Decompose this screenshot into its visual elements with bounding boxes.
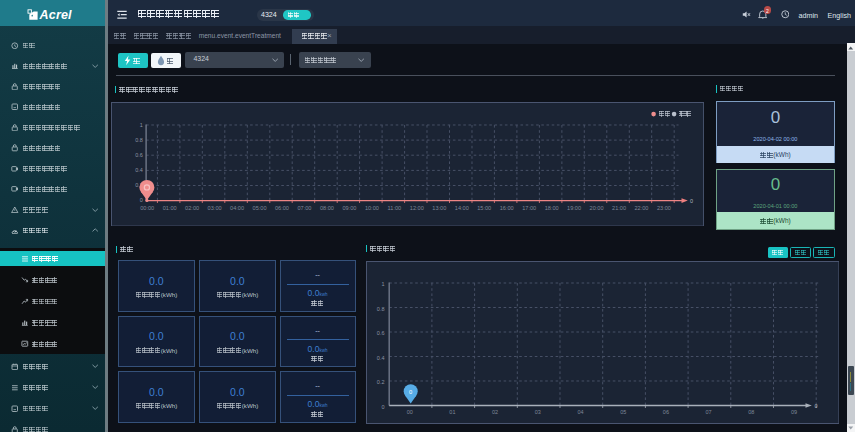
svg-text:06: 06 xyxy=(663,409,669,415)
svg-text:07:00: 07:00 xyxy=(298,205,312,211)
svg-text:0.8: 0.8 xyxy=(136,137,144,143)
svg-text:09: 09 xyxy=(791,409,797,415)
svg-text:06:00: 06:00 xyxy=(275,205,289,211)
svg-text:0: 0 xyxy=(409,389,412,395)
svg-text:0: 0 xyxy=(690,198,693,204)
svg-text:01:00: 01:00 xyxy=(163,205,177,211)
svg-text:10:00: 10:00 xyxy=(365,205,379,211)
svg-text:0: 0 xyxy=(381,404,384,410)
svg-text:0.6: 0.6 xyxy=(136,152,144,158)
svg-text:21:00: 21:00 xyxy=(612,205,626,211)
svg-text:0.8: 0.8 xyxy=(377,306,385,312)
svg-text:04:00: 04:00 xyxy=(231,205,245,211)
svg-text:03: 03 xyxy=(535,409,541,415)
svg-text:23:00: 23:00 xyxy=(657,205,671,211)
svg-text:05:00: 05:00 xyxy=(253,205,267,211)
svg-text:16:00: 16:00 xyxy=(500,205,514,211)
svg-text:17:00: 17:00 xyxy=(523,205,537,211)
svg-text:19:00: 19:00 xyxy=(567,205,581,211)
svg-text:04: 04 xyxy=(577,409,583,415)
svg-text:03:00: 03:00 xyxy=(208,205,222,211)
svg-text:1: 1 xyxy=(140,122,143,128)
svg-text:0.6: 0.6 xyxy=(377,330,385,336)
svg-text:22:00: 22:00 xyxy=(635,205,649,211)
svg-text:20:00: 20:00 xyxy=(590,205,604,211)
svg-text:1: 1 xyxy=(381,281,384,287)
svg-text:02: 02 xyxy=(492,409,498,415)
svg-text:09:00: 09:00 xyxy=(343,205,357,211)
svg-text:0.2: 0.2 xyxy=(377,379,385,385)
svg-text:0.4: 0.4 xyxy=(136,167,144,173)
svg-text:15:00: 15:00 xyxy=(478,205,492,211)
svg-text:12:00: 12:00 xyxy=(410,205,424,211)
svg-text:00: 00 xyxy=(406,409,412,415)
svg-text:08: 08 xyxy=(748,409,754,415)
svg-text:0.4: 0.4 xyxy=(377,355,385,361)
svg-text:0: 0 xyxy=(140,197,143,203)
svg-text:14:00: 14:00 xyxy=(455,205,469,211)
svg-text:18:00: 18:00 xyxy=(545,205,559,211)
svg-text:13:00: 13:00 xyxy=(433,205,447,211)
svg-text:02:00: 02:00 xyxy=(186,205,200,211)
svg-text:08:00: 08:00 xyxy=(320,205,334,211)
svg-text:01: 01 xyxy=(449,409,455,415)
svg-text:11:00: 11:00 xyxy=(388,205,402,211)
svg-text:00:00: 00:00 xyxy=(141,205,155,211)
svg-text:07: 07 xyxy=(705,409,711,415)
svg-text:0: 0 xyxy=(814,403,817,409)
svg-text:05: 05 xyxy=(620,409,626,415)
